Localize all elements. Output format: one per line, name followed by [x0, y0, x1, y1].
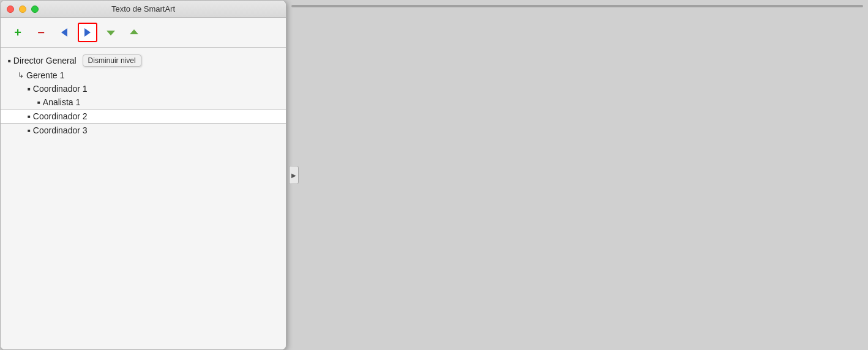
resize-handle-mid-right[interactable] [859, 5, 863, 7]
item-label: Gerente 1 [26, 70, 64, 80]
list-item-coordinador-2[interactable]: ■ Coordinador 2 [1, 109, 286, 124]
resize-handle-bot-mid[interactable] [575, 5, 580, 7]
list-item-gerente-1[interactable]: ↳ Gerente 1 [1, 69, 286, 82]
resize-handle-mid-left[interactable] [291, 5, 295, 7]
left-arrow-icon [59, 27, 70, 38]
item-label: Director General [13, 56, 77, 65]
add-button[interactable]: + [8, 23, 28, 42]
up-arrow-icon [129, 27, 140, 38]
item-label: Coordinador 3 [33, 125, 88, 135]
move-up-button[interactable] [124, 23, 144, 42]
bullet-icon: ■ [28, 114, 31, 119]
down-arrow-icon [105, 27, 116, 38]
svg-marker-1 [84, 28, 91, 37]
list-item-director-general[interactable]: ■ Director General Disminuir nivel [1, 53, 286, 69]
resize-handle-top-left[interactable] [291, 5, 295, 7]
svg-marker-3 [130, 29, 138, 34]
toolbar: + − [1, 18, 286, 48]
panel-titlebar: Texto de SmartArt [1, 1, 286, 18]
bullet-icon: ■ [8, 58, 11, 64]
text-list-area: ■ Director General Disminuir nivel ↳ Ger… [1, 48, 286, 349]
smartart-panel: Texto de SmartArt + − ■ [0, 0, 286, 350]
collapse-arrow-icon: ▶ [291, 172, 296, 179]
diagram-area: DirectorGeneral Gerente 1 Coordinador1 C… [291, 5, 863, 7]
demote-button[interactable] [78, 23, 97, 42]
item-label: Analista 1 [43, 97, 80, 107]
list-item-analista-1[interactable]: ■ Analista 1 [1, 95, 286, 109]
svg-marker-2 [107, 31, 115, 35]
item-label: Coordinador 2 [33, 111, 88, 121]
resize-handle-top-mid[interactable] [575, 5, 580, 7]
panel-title: Texto de SmartArt [7, 4, 280, 13]
remove-button[interactable]: − [31, 23, 51, 42]
collapse-handle[interactable]: ▶ [289, 166, 299, 184]
list-item-coordinador-1[interactable]: ■ Coordinador 1 [1, 82, 286, 95]
resize-handle-bot-left[interactable] [291, 5, 295, 7]
promote-button[interactable] [54, 23, 74, 42]
item-label: Coordinador 1 [33, 84, 88, 94]
bullet-icon: ■ [37, 100, 40, 105]
resize-handle-top-right[interactable] [859, 5, 863, 7]
bullet-icon: ■ [28, 86, 31, 92]
svg-marker-0 [61, 28, 67, 37]
right-arrow-icon [82, 27, 93, 38]
bullet-icon: ■ [28, 128, 31, 133]
resize-handle-bot-right[interactable] [859, 5, 863, 7]
arrow-bullet-icon: ↳ [18, 71, 24, 80]
move-down-button[interactable] [101, 23, 121, 42]
tooltip-badge: Disminuir nivel [83, 54, 141, 67]
list-item-coordinador-3[interactable]: ■ Coordinador 3 [1, 124, 286, 137]
